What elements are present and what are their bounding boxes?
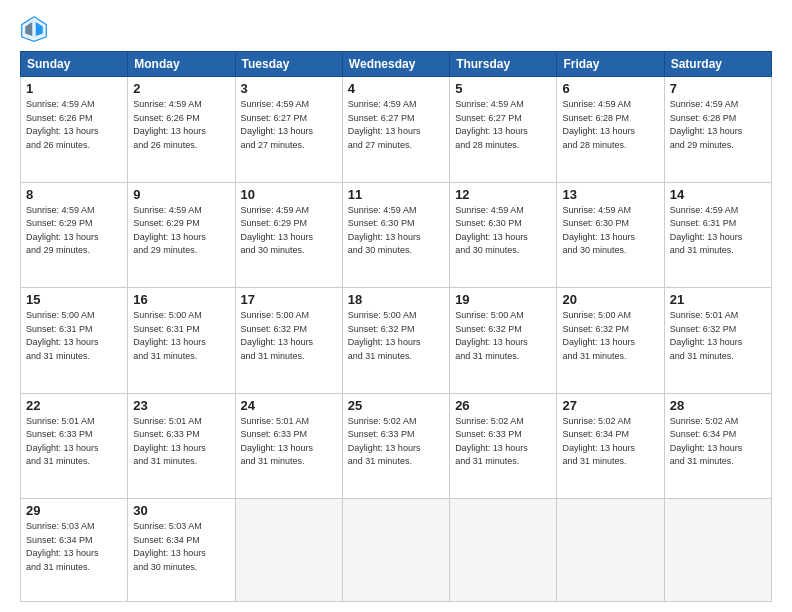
day-info: Sunrise: 4:59 AM Sunset: 6:30 PM Dayligh… <box>348 204 444 258</box>
calendar-cell: 30Sunrise: 5:03 AM Sunset: 6:34 PM Dayli… <box>128 499 235 602</box>
calendar-cell: 9Sunrise: 4:59 AM Sunset: 6:29 PM Daylig… <box>128 182 235 288</box>
day-info: Sunrise: 5:01 AM Sunset: 6:33 PM Dayligh… <box>133 415 229 469</box>
day-number: 11 <box>348 187 444 202</box>
weekday-header-friday: Friday <box>557 52 664 77</box>
day-number: 3 <box>241 81 337 96</box>
day-number: 16 <box>133 292 229 307</box>
weekday-header-saturday: Saturday <box>664 52 771 77</box>
calendar-cell: 16Sunrise: 5:00 AM Sunset: 6:31 PM Dayli… <box>128 288 235 394</box>
day-info: Sunrise: 5:01 AM Sunset: 6:33 PM Dayligh… <box>241 415 337 469</box>
day-number: 7 <box>670 81 766 96</box>
day-info: Sunrise: 5:02 AM Sunset: 6:34 PM Dayligh… <box>670 415 766 469</box>
calendar-week-1: 1Sunrise: 4:59 AM Sunset: 6:26 PM Daylig… <box>21 77 772 183</box>
day-number: 8 <box>26 187 122 202</box>
calendar-cell: 21Sunrise: 5:01 AM Sunset: 6:32 PM Dayli… <box>664 288 771 394</box>
calendar-cell: 5Sunrise: 4:59 AM Sunset: 6:27 PM Daylig… <box>450 77 557 183</box>
day-number: 9 <box>133 187 229 202</box>
day-number: 27 <box>562 398 658 413</box>
day-info: Sunrise: 4:59 AM Sunset: 6:31 PM Dayligh… <box>670 204 766 258</box>
calendar-cell: 25Sunrise: 5:02 AM Sunset: 6:33 PM Dayli… <box>342 393 449 499</box>
calendar-cell: 26Sunrise: 5:02 AM Sunset: 6:33 PM Dayli… <box>450 393 557 499</box>
calendar-cell: 17Sunrise: 5:00 AM Sunset: 6:32 PM Dayli… <box>235 288 342 394</box>
day-info: Sunrise: 4:59 AM Sunset: 6:27 PM Dayligh… <box>455 98 551 152</box>
calendar-cell <box>235 499 342 602</box>
day-number: 17 <box>241 292 337 307</box>
day-number: 26 <box>455 398 551 413</box>
calendar-cell: 22Sunrise: 5:01 AM Sunset: 6:33 PM Dayli… <box>21 393 128 499</box>
calendar-cell: 13Sunrise: 4:59 AM Sunset: 6:30 PM Dayli… <box>557 182 664 288</box>
calendar-cell: 28Sunrise: 5:02 AM Sunset: 6:34 PM Dayli… <box>664 393 771 499</box>
day-info: Sunrise: 5:03 AM Sunset: 6:34 PM Dayligh… <box>133 520 229 574</box>
calendar-cell <box>450 499 557 602</box>
calendar-cell: 24Sunrise: 5:01 AM Sunset: 6:33 PM Dayli… <box>235 393 342 499</box>
calendar-week-4: 22Sunrise: 5:01 AM Sunset: 6:33 PM Dayli… <box>21 393 772 499</box>
weekday-header-wednesday: Wednesday <box>342 52 449 77</box>
day-info: Sunrise: 5:02 AM Sunset: 6:33 PM Dayligh… <box>348 415 444 469</box>
day-number: 30 <box>133 503 229 518</box>
calendar-cell: 3Sunrise: 4:59 AM Sunset: 6:27 PM Daylig… <box>235 77 342 183</box>
calendar-cell: 19Sunrise: 5:00 AM Sunset: 6:32 PM Dayli… <box>450 288 557 394</box>
day-number: 20 <box>562 292 658 307</box>
day-number: 15 <box>26 292 122 307</box>
day-info: Sunrise: 4:59 AM Sunset: 6:27 PM Dayligh… <box>348 98 444 152</box>
day-info: Sunrise: 5:00 AM Sunset: 6:32 PM Dayligh… <box>562 309 658 363</box>
day-info: Sunrise: 5:00 AM Sunset: 6:32 PM Dayligh… <box>241 309 337 363</box>
day-number: 21 <box>670 292 766 307</box>
calendar-cell: 11Sunrise: 4:59 AM Sunset: 6:30 PM Dayli… <box>342 182 449 288</box>
calendar-cell <box>342 499 449 602</box>
day-info: Sunrise: 5:02 AM Sunset: 6:33 PM Dayligh… <box>455 415 551 469</box>
day-info: Sunrise: 4:59 AM Sunset: 6:30 PM Dayligh… <box>562 204 658 258</box>
calendar-cell: 10Sunrise: 4:59 AM Sunset: 6:29 PM Dayli… <box>235 182 342 288</box>
calendar-cell: 14Sunrise: 4:59 AM Sunset: 6:31 PM Dayli… <box>664 182 771 288</box>
calendar-cell: 29Sunrise: 5:03 AM Sunset: 6:34 PM Dayli… <box>21 499 128 602</box>
day-info: Sunrise: 4:59 AM Sunset: 6:29 PM Dayligh… <box>133 204 229 258</box>
day-number: 14 <box>670 187 766 202</box>
calendar-cell: 7Sunrise: 4:59 AM Sunset: 6:28 PM Daylig… <box>664 77 771 183</box>
calendar-cell <box>557 499 664 602</box>
day-info: Sunrise: 4:59 AM Sunset: 6:26 PM Dayligh… <box>133 98 229 152</box>
day-number: 29 <box>26 503 122 518</box>
day-info: Sunrise: 5:01 AM Sunset: 6:33 PM Dayligh… <box>26 415 122 469</box>
day-number: 22 <box>26 398 122 413</box>
calendar-cell: 4Sunrise: 4:59 AM Sunset: 6:27 PM Daylig… <box>342 77 449 183</box>
weekday-header-tuesday: Tuesday <box>235 52 342 77</box>
day-info: Sunrise: 5:00 AM Sunset: 6:32 PM Dayligh… <box>348 309 444 363</box>
weekday-header-sunday: Sunday <box>21 52 128 77</box>
logo-icon <box>20 15 48 43</box>
calendar-body: 1Sunrise: 4:59 AM Sunset: 6:26 PM Daylig… <box>21 77 772 602</box>
weekday-header-thursday: Thursday <box>450 52 557 77</box>
day-info: Sunrise: 4:59 AM Sunset: 6:28 PM Dayligh… <box>562 98 658 152</box>
day-number: 25 <box>348 398 444 413</box>
calendar-cell: 23Sunrise: 5:01 AM Sunset: 6:33 PM Dayli… <box>128 393 235 499</box>
calendar-cell: 27Sunrise: 5:02 AM Sunset: 6:34 PM Dayli… <box>557 393 664 499</box>
day-number: 19 <box>455 292 551 307</box>
day-info: Sunrise: 4:59 AM Sunset: 6:29 PM Dayligh… <box>26 204 122 258</box>
day-number: 28 <box>670 398 766 413</box>
weekday-header-monday: Monday <box>128 52 235 77</box>
day-number: 4 <box>348 81 444 96</box>
day-number: 5 <box>455 81 551 96</box>
calendar-cell: 1Sunrise: 4:59 AM Sunset: 6:26 PM Daylig… <box>21 77 128 183</box>
calendar-week-5: 29Sunrise: 5:03 AM Sunset: 6:34 PM Dayli… <box>21 499 772 602</box>
day-info: Sunrise: 4:59 AM Sunset: 6:30 PM Dayligh… <box>455 204 551 258</box>
calendar-cell: 8Sunrise: 4:59 AM Sunset: 6:29 PM Daylig… <box>21 182 128 288</box>
day-number: 13 <box>562 187 658 202</box>
logo <box>20 15 52 43</box>
day-info: Sunrise: 4:59 AM Sunset: 6:28 PM Dayligh… <box>670 98 766 152</box>
day-number: 6 <box>562 81 658 96</box>
calendar-cell: 18Sunrise: 5:00 AM Sunset: 6:32 PM Dayli… <box>342 288 449 394</box>
calendar-cell: 2Sunrise: 4:59 AM Sunset: 6:26 PM Daylig… <box>128 77 235 183</box>
day-number: 12 <box>455 187 551 202</box>
calendar-week-3: 15Sunrise: 5:00 AM Sunset: 6:31 PM Dayli… <box>21 288 772 394</box>
day-info: Sunrise: 4:59 AM Sunset: 6:29 PM Dayligh… <box>241 204 337 258</box>
calendar-cell: 6Sunrise: 4:59 AM Sunset: 6:28 PM Daylig… <box>557 77 664 183</box>
calendar-cell: 12Sunrise: 4:59 AM Sunset: 6:30 PM Dayli… <box>450 182 557 288</box>
day-info: Sunrise: 5:00 AM Sunset: 6:31 PM Dayligh… <box>133 309 229 363</box>
calendar-week-2: 8Sunrise: 4:59 AM Sunset: 6:29 PM Daylig… <box>21 182 772 288</box>
day-number: 10 <box>241 187 337 202</box>
day-info: Sunrise: 5:02 AM Sunset: 6:34 PM Dayligh… <box>562 415 658 469</box>
day-info: Sunrise: 4:59 AM Sunset: 6:27 PM Dayligh… <box>241 98 337 152</box>
weekday-header-row: SundayMondayTuesdayWednesdayThursdayFrid… <box>21 52 772 77</box>
day-info: Sunrise: 5:01 AM Sunset: 6:32 PM Dayligh… <box>670 309 766 363</box>
day-number: 24 <box>241 398 337 413</box>
